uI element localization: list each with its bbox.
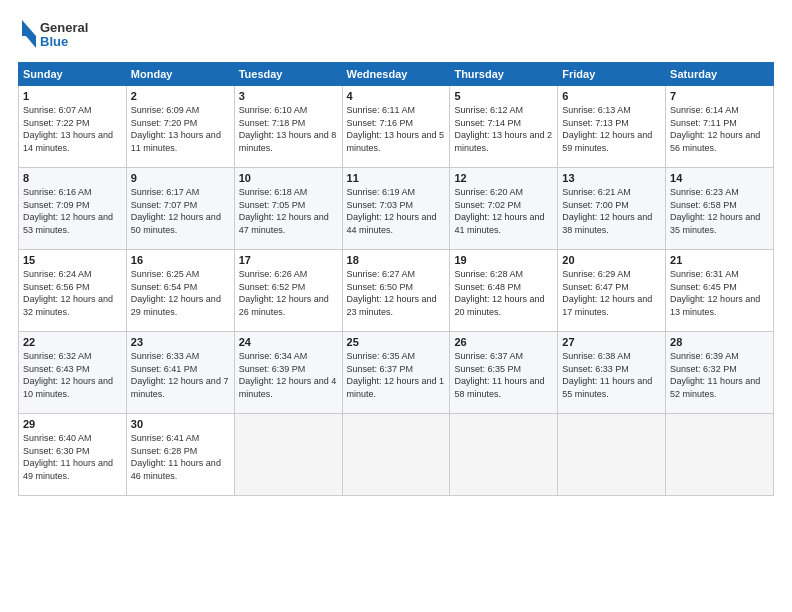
svg-marker-3 xyxy=(26,36,36,48)
sunrise-label: Sunrise: 6:26 AM xyxy=(239,269,308,279)
daylight-label: Daylight: 12 hours and 13 minutes. xyxy=(670,294,760,317)
sunset-label: Sunset: 6:45 PM xyxy=(670,282,737,292)
day-number: 15 xyxy=(23,254,122,266)
sunset-label: Sunset: 7:03 PM xyxy=(347,200,414,210)
daylight-label: Daylight: 12 hours and 38 minutes. xyxy=(562,212,652,235)
calendar-week-row: 29 Sunrise: 6:40 AM Sunset: 6:30 PM Dayl… xyxy=(19,414,774,496)
table-row: 21 Sunrise: 6:31 AM Sunset: 6:45 PM Dayl… xyxy=(666,250,774,332)
table-row xyxy=(666,414,774,496)
table-row: 27 Sunrise: 6:38 AM Sunset: 6:33 PM Dayl… xyxy=(558,332,666,414)
table-row: 11 Sunrise: 6:19 AM Sunset: 7:03 PM Dayl… xyxy=(342,168,450,250)
day-info: Sunrise: 6:41 AM Sunset: 6:28 PM Dayligh… xyxy=(131,432,230,482)
daylight-label: Daylight: 12 hours and 7 minutes. xyxy=(131,376,229,399)
daylight-label: Daylight: 12 hours and 41 minutes. xyxy=(454,212,544,235)
sunrise-label: Sunrise: 6:33 AM xyxy=(131,351,200,361)
day-info: Sunrise: 6:19 AM Sunset: 7:03 PM Dayligh… xyxy=(347,186,446,236)
page: General Blue Sunday Monday Tuesday Wedne… xyxy=(0,0,792,612)
sunset-label: Sunset: 6:33 PM xyxy=(562,364,629,374)
sunrise-label: Sunrise: 6:16 AM xyxy=(23,187,92,197)
daylight-label: Daylight: 12 hours and 44 minutes. xyxy=(347,212,437,235)
sunset-label: Sunset: 6:56 PM xyxy=(23,282,90,292)
daylight-label: Daylight: 12 hours and 47 minutes. xyxy=(239,212,329,235)
sunrise-label: Sunrise: 6:12 AM xyxy=(454,105,523,115)
sunset-label: Sunset: 6:54 PM xyxy=(131,282,198,292)
day-number: 5 xyxy=(454,90,553,102)
sunrise-label: Sunrise: 6:13 AM xyxy=(562,105,631,115)
table-row: 1 Sunrise: 6:07 AM Sunset: 7:22 PM Dayli… xyxy=(19,86,127,168)
sunset-label: Sunset: 6:50 PM xyxy=(347,282,414,292)
sunrise-label: Sunrise: 6:41 AM xyxy=(131,433,200,443)
sunrise-label: Sunrise: 6:27 AM xyxy=(347,269,416,279)
sunset-label: Sunset: 7:18 PM xyxy=(239,118,306,128)
table-row: 30 Sunrise: 6:41 AM Sunset: 6:28 PM Dayl… xyxy=(126,414,234,496)
table-row: 10 Sunrise: 6:18 AM Sunset: 7:05 PM Dayl… xyxy=(234,168,342,250)
sunset-label: Sunset: 7:20 PM xyxy=(131,118,198,128)
day-info: Sunrise: 6:31 AM Sunset: 6:45 PM Dayligh… xyxy=(670,268,769,318)
col-saturday: Saturday xyxy=(666,63,774,86)
sunrise-label: Sunrise: 6:34 AM xyxy=(239,351,308,361)
sunset-label: Sunset: 6:35 PM xyxy=(454,364,521,374)
daylight-label: Daylight: 12 hours and 20 minutes. xyxy=(454,294,544,317)
day-info: Sunrise: 6:33 AM Sunset: 6:41 PM Dayligh… xyxy=(131,350,230,400)
day-number: 29 xyxy=(23,418,122,430)
calendar-week-row: 8 Sunrise: 6:16 AM Sunset: 7:09 PM Dayli… xyxy=(19,168,774,250)
day-info: Sunrise: 6:14 AM Sunset: 7:11 PM Dayligh… xyxy=(670,104,769,154)
daylight-label: Daylight: 11 hours and 52 minutes. xyxy=(670,376,760,399)
daylight-label: Daylight: 12 hours and 26 minutes. xyxy=(239,294,329,317)
sunset-label: Sunset: 6:28 PM xyxy=(131,446,198,456)
sunrise-label: Sunrise: 6:29 AM xyxy=(562,269,631,279)
logo-svg: General Blue xyxy=(18,18,98,54)
day-number: 11 xyxy=(347,172,446,184)
sunrise-label: Sunrise: 6:17 AM xyxy=(131,187,200,197)
col-thursday: Thursday xyxy=(450,63,558,86)
daylight-label: Daylight: 13 hours and 5 minutes. xyxy=(347,130,445,153)
day-number: 25 xyxy=(347,336,446,348)
calendar-week-row: 1 Sunrise: 6:07 AM Sunset: 7:22 PM Dayli… xyxy=(19,86,774,168)
table-row: 20 Sunrise: 6:29 AM Sunset: 6:47 PM Dayl… xyxy=(558,250,666,332)
day-number: 3 xyxy=(239,90,338,102)
sunset-label: Sunset: 7:13 PM xyxy=(562,118,629,128)
day-number: 20 xyxy=(562,254,661,266)
day-info: Sunrise: 6:25 AM Sunset: 6:54 PM Dayligh… xyxy=(131,268,230,318)
table-row: 14 Sunrise: 6:23 AM Sunset: 6:58 PM Dayl… xyxy=(666,168,774,250)
day-info: Sunrise: 6:38 AM Sunset: 6:33 PM Dayligh… xyxy=(562,350,661,400)
day-info: Sunrise: 6:12 AM Sunset: 7:14 PM Dayligh… xyxy=(454,104,553,154)
day-info: Sunrise: 6:09 AM Sunset: 7:20 PM Dayligh… xyxy=(131,104,230,154)
day-info: Sunrise: 6:29 AM Sunset: 6:47 PM Dayligh… xyxy=(562,268,661,318)
day-info: Sunrise: 6:11 AM Sunset: 7:16 PM Dayligh… xyxy=(347,104,446,154)
sunrise-label: Sunrise: 6:35 AM xyxy=(347,351,416,361)
day-info: Sunrise: 6:18 AM Sunset: 7:05 PM Dayligh… xyxy=(239,186,338,236)
table-row: 13 Sunrise: 6:21 AM Sunset: 7:00 PM Dayl… xyxy=(558,168,666,250)
table-row: 8 Sunrise: 6:16 AM Sunset: 7:09 PM Dayli… xyxy=(19,168,127,250)
logo: General Blue xyxy=(18,18,98,54)
sunrise-label: Sunrise: 6:24 AM xyxy=(23,269,92,279)
day-number: 6 xyxy=(562,90,661,102)
sunrise-label: Sunrise: 6:25 AM xyxy=(131,269,200,279)
day-number: 1 xyxy=(23,90,122,102)
sunset-label: Sunset: 6:58 PM xyxy=(670,200,737,210)
day-info: Sunrise: 6:07 AM Sunset: 7:22 PM Dayligh… xyxy=(23,104,122,154)
sunset-label: Sunset: 6:48 PM xyxy=(454,282,521,292)
col-monday: Monday xyxy=(126,63,234,86)
daylight-label: Daylight: 11 hours and 55 minutes. xyxy=(562,376,652,399)
day-number: 26 xyxy=(454,336,553,348)
daylight-label: Daylight: 12 hours and 35 minutes. xyxy=(670,212,760,235)
daylight-label: Daylight: 11 hours and 58 minutes. xyxy=(454,376,544,399)
table-row: 7 Sunrise: 6:14 AM Sunset: 7:11 PM Dayli… xyxy=(666,86,774,168)
day-number: 22 xyxy=(23,336,122,348)
sunset-label: Sunset: 6:52 PM xyxy=(239,282,306,292)
day-info: Sunrise: 6:23 AM Sunset: 6:58 PM Dayligh… xyxy=(670,186,769,236)
sunrise-label: Sunrise: 6:10 AM xyxy=(239,105,308,115)
sunset-label: Sunset: 6:39 PM xyxy=(239,364,306,374)
svg-text:General: General xyxy=(40,20,88,35)
sunrise-label: Sunrise: 6:18 AM xyxy=(239,187,308,197)
table-row: 24 Sunrise: 6:34 AM Sunset: 6:39 PM Dayl… xyxy=(234,332,342,414)
sunrise-label: Sunrise: 6:38 AM xyxy=(562,351,631,361)
day-number: 4 xyxy=(347,90,446,102)
calendar-week-row: 15 Sunrise: 6:24 AM Sunset: 6:56 PM Dayl… xyxy=(19,250,774,332)
day-info: Sunrise: 6:27 AM Sunset: 6:50 PM Dayligh… xyxy=(347,268,446,318)
sunset-label: Sunset: 7:07 PM xyxy=(131,200,198,210)
day-info: Sunrise: 6:20 AM Sunset: 7:02 PM Dayligh… xyxy=(454,186,553,236)
table-row: 3 Sunrise: 6:10 AM Sunset: 7:18 PM Dayli… xyxy=(234,86,342,168)
sunrise-label: Sunrise: 6:37 AM xyxy=(454,351,523,361)
